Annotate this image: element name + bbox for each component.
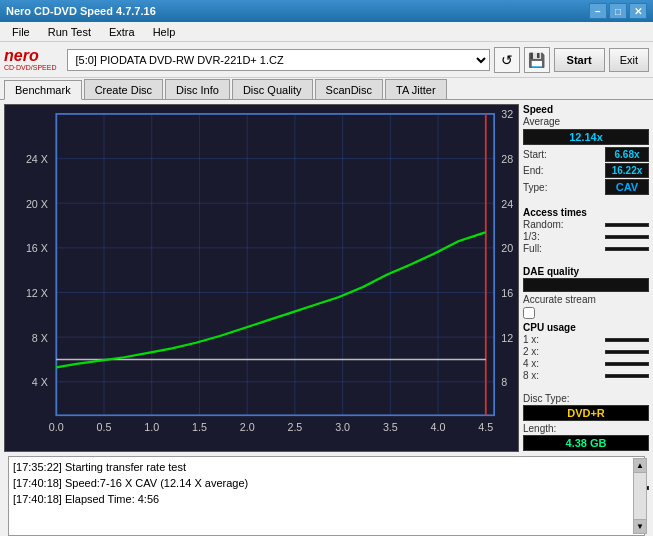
svg-text:24: 24 (501, 199, 513, 210)
log-entry-2: [17:40:18] Elapsed Time: 4:56 (13, 491, 640, 507)
accurate-stream-checkbox[interactable] (523, 307, 535, 319)
tab-benchmark[interactable]: Benchmark (4, 80, 82, 100)
speed-title: Speed (523, 104, 649, 115)
nero-logo: nero CD·DVD/SPEED (4, 48, 57, 71)
accurate-stream-row (523, 307, 649, 319)
full-value (605, 247, 649, 251)
nero-logo-text: nero (4, 48, 39, 64)
log-container: [17:35:22] Starting transfer rate test [… (4, 456, 649, 536)
menu-extra[interactable]: Extra (101, 24, 143, 40)
title-bar: Nero CD-DVD Speed 4.7.7.16 − □ ✕ (0, 0, 653, 22)
svg-text:24 X: 24 X (26, 154, 48, 165)
cpu-2x-value (605, 350, 649, 354)
disc-type-value: DVD+R (523, 405, 649, 421)
svg-text:3.0: 3.0 (335, 422, 350, 433)
dae-quality-label: DAE quality (523, 266, 649, 277)
tab-disc-quality[interactable]: Disc Quality (232, 79, 313, 99)
onethird-label: 1/3: (523, 231, 540, 242)
app-title: Nero CD-DVD Speed 4.7.7.16 (6, 5, 156, 17)
tab-disc-info[interactable]: Disc Info (165, 79, 230, 99)
svg-text:2.0: 2.0 (240, 422, 255, 433)
cpu-8x-label: 8 x: (523, 370, 539, 381)
svg-text:16: 16 (501, 288, 513, 299)
menu-help[interactable]: Help (145, 24, 184, 40)
svg-text:20 X: 20 X (26, 199, 48, 210)
average-label: Average (523, 116, 560, 127)
start-label: Start: (523, 149, 547, 160)
speed-chart: 4 X 8 X 12 X 16 X 20 X 24 X 32 28 24 20 … (5, 105, 518, 451)
svg-text:32: 32 (501, 110, 513, 121)
accurate-stream-label: Accurate stream (523, 294, 649, 305)
nero-logo-sub: CD·DVD/SPEED (4, 64, 57, 71)
svg-text:12 X: 12 X (26, 288, 48, 299)
tab-create-disc[interactable]: Create Disc (84, 79, 163, 99)
cpu-usage-section: CPU usage 1 x: 2 x: 4 x: 8 x: (523, 322, 649, 383)
close-button[interactable]: ✕ (629, 3, 647, 19)
svg-text:4 X: 4 X (32, 378, 48, 389)
log-area: [17:35:22] Starting transfer rate test [… (8, 456, 645, 536)
svg-text:8 X: 8 X (32, 333, 48, 344)
start-button[interactable]: Start (554, 48, 605, 72)
window-controls: − □ ✕ (589, 3, 647, 19)
cpu-usage-title: CPU usage (523, 322, 649, 333)
svg-text:20: 20 (501, 244, 513, 255)
menu-bar: File Run Test Extra Help (0, 22, 653, 42)
svg-text:8: 8 (501, 378, 507, 389)
dae-quality-value (523, 278, 649, 292)
right-panel: Speed Average 12.14x Start: 6.68x End: 1… (523, 100, 653, 456)
average-value: 12.14x (523, 129, 649, 145)
tab-bar: Benchmark Create Disc Disc Info Disc Qua… (0, 78, 653, 100)
access-times-title: Access times (523, 207, 649, 218)
dae-quality-section: DAE quality Accurate stream (523, 266, 649, 319)
disc-section: Disc Type: DVD+R Length: 4.38 GB (523, 393, 649, 453)
log-entry-0: [17:35:22] Starting transfer rate test (13, 459, 640, 475)
start-value: 6.68x (605, 147, 649, 162)
cpu-4x-label: 4 x: (523, 358, 539, 369)
random-value (605, 223, 649, 227)
cpu-1x-value (605, 338, 649, 342)
menu-run-test[interactable]: Run Test (40, 24, 99, 40)
exit-button[interactable]: Exit (609, 48, 649, 72)
svg-text:1.0: 1.0 (144, 422, 159, 433)
average-row: Average (523, 116, 649, 127)
cpu-4x-value (605, 362, 649, 366)
cpu-8x-value (605, 374, 649, 378)
svg-text:2.5: 2.5 (287, 422, 302, 433)
end-label: End: (523, 165, 544, 176)
main-content: 4 X 8 X 12 X 16 X 20 X 24 X 32 28 24 20 … (0, 100, 653, 456)
svg-text:12: 12 (501, 333, 513, 344)
speed-section: Speed Average 12.14x Start: 6.68x End: 1… (523, 104, 649, 197)
cpu-2x-label: 2 x: (523, 346, 539, 357)
svg-text:0.5: 0.5 (97, 422, 112, 433)
end-value: 16.22x (605, 163, 649, 178)
svg-text:0.0: 0.0 (49, 422, 64, 433)
cpu-1x-label: 1 x: (523, 334, 539, 345)
chart-area: 4 X 8 X 12 X 16 X 20 X 24 X 32 28 24 20 … (4, 104, 519, 452)
toolbar: nero CD·DVD/SPEED [5:0] PIODATA DVD-RW D… (0, 42, 653, 78)
svg-text:4.0: 4.0 (431, 422, 446, 433)
disc-type-label: Disc Type: (523, 393, 570, 404)
eject-icon-button[interactable]: ↺ (494, 47, 520, 73)
svg-text:4.5: 4.5 (478, 422, 493, 433)
scrollbar-down[interactable]: ▼ (634, 519, 646, 533)
svg-text:3.5: 3.5 (383, 422, 398, 433)
save-icon-button[interactable]: 💾 (524, 47, 550, 73)
maximize-button[interactable]: □ (609, 3, 627, 19)
svg-text:16 X: 16 X (26, 244, 48, 255)
tab-scandisc[interactable]: ScanDisc (315, 79, 383, 99)
random-label: Random: (523, 219, 564, 230)
scrollbar-up[interactable]: ▲ (634, 459, 646, 473)
svg-text:1.5: 1.5 (192, 422, 207, 433)
log-scrollbar[interactable]: ▲ ▼ (633, 458, 647, 534)
type-label: Type: (523, 182, 547, 193)
full-label: Full: (523, 243, 542, 254)
menu-file[interactable]: File (4, 24, 38, 40)
type-value: CAV (605, 179, 649, 195)
tab-ta-jitter[interactable]: TA Jitter (385, 79, 447, 99)
access-times-section: Access times Random: 1/3: Full: (523, 207, 649, 256)
svg-text:28: 28 (501, 154, 513, 165)
length-label: Length: (523, 423, 556, 434)
minimize-button[interactable]: − (589, 3, 607, 19)
drive-selector[interactable]: [5:0] PIODATA DVD-RW DVR-221D+ 1.CZ (67, 49, 490, 71)
log-entry-1: [17:40:18] Speed:7-16 X CAV (12.14 X ave… (13, 475, 640, 491)
